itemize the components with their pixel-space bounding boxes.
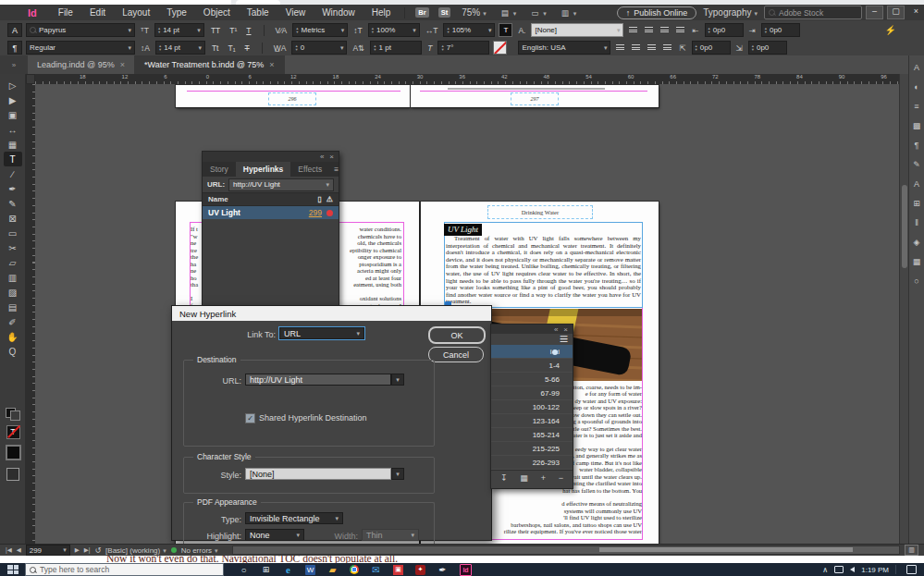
export-icon[interactable]: ↧ — [500, 473, 508, 483]
subscript-button[interactable]: T₁ — [225, 43, 238, 53]
width-dropdown[interactable]: Thin▾ — [362, 529, 419, 541]
tool-button[interactable]: ✎ — [4, 196, 22, 211]
bridge-button[interactable]: Br — [415, 7, 428, 18]
tool-button[interactable]: ✋ — [4, 329, 22, 344]
zoom-level-dropdown[interactable]: 75%▾ — [462, 7, 487, 18]
taskbar-app-icon[interactable]: ✒ — [437, 565, 448, 575]
ok-button[interactable]: OK — [428, 326, 486, 344]
dock-panel-icon[interactable]: ✎ — [913, 160, 920, 169]
menu-item[interactable]: Type — [166, 7, 187, 18]
taskbar-app-icon[interactable] — [350, 565, 359, 574]
language-combo[interactable]: English: USA▾ — [518, 41, 610, 55]
taskbar-app-icon[interactable]: e — [283, 565, 293, 575]
align-right-button[interactable] — [660, 27, 669, 33]
page-297-bottom[interactable]: 297 — [411, 85, 659, 107]
menu-item[interactable]: Table — [247, 7, 269, 18]
start-button[interactable] — [7, 565, 18, 574]
workspace-switcher[interactable]: Typography▾ — [703, 7, 758, 18]
superscript-button[interactable]: T¹ — [227, 26, 240, 35]
left-indent-field[interactable]: ▴▾0p0 — [705, 23, 744, 37]
dock-panel-icon[interactable]: ⊞ — [913, 199, 920, 208]
dock-panel-icon[interactable]: A — [914, 63, 919, 72]
body-paragraph[interactable]: Treatment of water with UV light falls s… — [446, 235, 641, 305]
skew-field[interactable]: ▴▾7° — [437, 41, 489, 55]
running-header-frame[interactable]: Drinking Water — [487, 205, 593, 219]
menu-item[interactable]: Window — [322, 7, 355, 18]
menu-item[interactable]: Edit — [90, 7, 105, 18]
page-range-row[interactable]: 100-122 — [491, 400, 573, 414]
url-dropdown-button[interactable]: ▾ — [391, 374, 404, 386]
tab-effects[interactable]: Effects — [290, 162, 329, 177]
preflight-icon[interactable]: ↺ — [94, 546, 101, 555]
stepper-icon[interactable]: ▴▾ — [372, 27, 374, 34]
justify-all-button[interactable] — [663, 44, 671, 51]
taskbar-app-icon[interactable]: ✉ — [371, 565, 381, 575]
close-icon[interactable]: × — [329, 153, 334, 161]
page-range-row[interactable]: 67-99 — [491, 386, 573, 400]
character-style-combo[interactable]: [None]▾ — [531, 23, 623, 37]
publish-online-button[interactable]: ↑Publish Online — [617, 6, 697, 19]
taskbar-app-icon[interactable]: W — [305, 565, 315, 575]
kerning-combo[interactable]: ▴▾Metrics▾ — [292, 23, 348, 37]
errors-dropdown[interactable]: No errors▾ — [181, 546, 218, 555]
dock-panel-icon[interactable]: ≡ — [914, 102, 918, 111]
screen-mode-button[interactable] — [6, 468, 19, 481]
scrollbar-thumb[interactable] — [599, 547, 853, 552]
close-button[interactable]: × — [908, 6, 924, 18]
align-bottom-button[interactable] — [647, 44, 656, 51]
screen-mode-dropdown[interactable]: ▭▾ — [529, 7, 547, 18]
tool-button[interactable]: ∕ — [4, 166, 22, 181]
all-caps-button[interactable]: TT — [208, 26, 223, 35]
tab-water-treatment-indd[interactable]: *Water Treatment b.indd @ 75%× — [135, 55, 285, 74]
dialog-title-bar[interactable]: New Hyperlink — [172, 306, 491, 321]
taskbar-app-icon[interactable]: ▣ — [393, 565, 403, 575]
menu-item[interactable]: File — [58, 7, 73, 18]
adobe-stock-search-input[interactable]: Adobe Stock — [764, 6, 862, 19]
font-family-combo[interactable]: Papyrus▾ — [26, 23, 135, 37]
stepper-icon[interactable]: ▴▾ — [158, 27, 160, 34]
page-number-frame[interactable]: 297 — [511, 92, 559, 105]
previous-page-button[interactable]: ◀ — [17, 546, 21, 554]
menu-item[interactable]: Help — [372, 7, 391, 18]
first-line-indent-field[interactable]: ▴▾0p0 — [692, 41, 731, 55]
small-caps-button[interactable]: Tt — [209, 43, 222, 53]
close-icon[interactable]: × — [120, 60, 125, 69]
style-dropdown[interactable]: [None] — [245, 468, 391, 480]
tool-button[interactable]: ▦ — [4, 137, 22, 152]
collapse-panel-icon[interactable]: « — [320, 153, 324, 161]
last-line-indent-field[interactable]: ▴▾0p0 — [748, 41, 787, 55]
action-center-icon[interactable] — [906, 565, 917, 574]
page-range-row[interactable]: 1-4 — [491, 359, 573, 373]
url-input[interactable]: http://UV Light — [245, 374, 391, 386]
right-indent-field[interactable]: ▴▾0p0 — [761, 23, 800, 37]
page-range-row[interactable]: 165-214 — [491, 428, 573, 442]
leading-field[interactable]: ▴▾14 pt▾ — [155, 41, 205, 55]
underline-button[interactable]: T — [243, 26, 253, 35]
tool-button[interactable]: ▷ — [4, 78, 22, 92]
tool-button[interactable]: ▶ — [4, 92, 22, 107]
page-range-row[interactable]: 226-293 — [491, 456, 573, 470]
stepper-icon[interactable]: ▴▾ — [752, 44, 754, 52]
panel-menu-icon[interactable]: ≡ — [329, 162, 343, 177]
tool-button[interactable]: ▨ — [4, 285, 22, 300]
clock[interactable]: 1:19 PM — [861, 566, 889, 574]
font-size-field[interactable]: ▴▾14 pt▾ — [154, 23, 204, 37]
stepper-icon[interactable]: ▴▾ — [708, 27, 710, 34]
panel-menu-icon[interactable]: ≡ — [560, 331, 568, 348]
panel-collapse-stub[interactable]: » — [0, 55, 28, 74]
tab-hyperlinks[interactable]: Hyperlinks — [236, 162, 290, 177]
volume-icon[interactable] — [850, 567, 855, 572]
warning-column-icon[interactable]: ⚠ — [326, 195, 333, 203]
hyperlink-row-uv-light[interactable]: UV Light 299 — [203, 206, 339, 219]
fill-color-swatch[interactable]: T — [499, 23, 512, 37]
arrange-documents-dropdown[interactable]: ▥▾ — [560, 7, 577, 18]
taskbar-app-icon[interactable]: ✦ — [415, 565, 425, 575]
preflight-profile-dropdown[interactable]: [Basic] (working)▾ — [105, 546, 166, 555]
paragraph-formatting-toggle[interactable]: ¶ — [7, 41, 22, 55]
dock-panel-icon[interactable]: ‖ — [915, 218, 918, 227]
tracking-field[interactable]: ▴▾0▾ — [291, 41, 347, 55]
collapse-panel-icon[interactable]: « — [554, 325, 558, 334]
page-range-row[interactable]: 5-66 — [491, 373, 573, 386]
page-range-row[interactable]: 123-164 — [491, 414, 573, 428]
horizontal-scrollbar[interactable] — [232, 545, 900, 555]
